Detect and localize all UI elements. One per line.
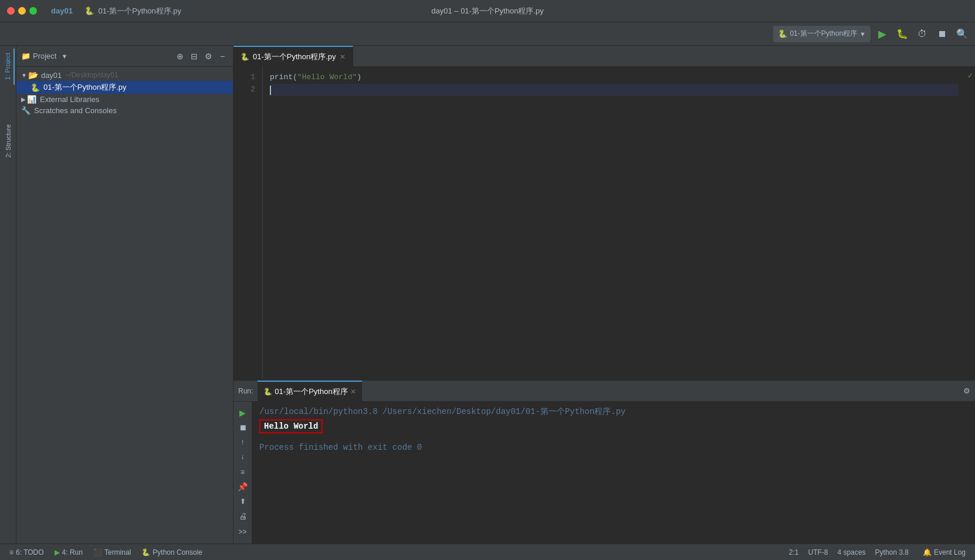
folder-day01-icon: 📂 [28, 70, 39, 80]
sidebar-tab-structure[interactable]: 2: Structure [2, 120, 14, 162]
run-config-selector[interactable]: 🐍 01-第一个Python程序 ▼ [773, 26, 871, 42]
run-sidebar: ▶ ⏹ ↑ ↓ ≡ 📌 ⬆ 🖨 >> [233, 402, 252, 544]
gutter-checkmark: ✓ [967, 72, 973, 80]
line-num-1: 1 [233, 72, 260, 84]
terminal-tab[interactable]: ⬛ Terminal [89, 544, 136, 561]
tab-file-name: 01-第一个Python程序.py [253, 52, 336, 62]
run-output-container: ▶ ⏹ ↑ ↓ ≡ 📌 ⬆ 🖨 >> /usr/local/bin/python… [233, 402, 975, 544]
project-panel: 📁 Project ▼ ⊕ ⊟ ⚙ − ▼ 📂 day01 ~/Desktop/… [16, 46, 233, 544]
tree-item-file[interactable]: 🐍 01-第一个Python程序.py [16, 81, 233, 94]
tree-label-scratches: Scratches and Consoles [34, 106, 117, 115]
run-cmd-line: /usr/local/bin/python3.8 /Users/xiechen/… [259, 406, 968, 417]
run-tab-main[interactable]: 🐍 01-第一个Python程序 ✕ [258, 381, 361, 402]
run-config-name: 01-第一个Python程序 [790, 29, 857, 39]
project-header-actions: ⊕ ⊟ ⚙ − [174, 50, 228, 62]
project-header-label: 📁 Project ▼ [21, 52, 67, 60]
run-tab-label: 4: Run [62, 548, 83, 556]
close-button[interactable] [7, 7, 15, 15]
hello-output: Hello World [259, 419, 323, 433]
code-editor[interactable]: 1 2 print("Hello World") ✓ [233, 67, 975, 379]
todo-tab[interactable]: ≡ 6: TODO [5, 544, 49, 561]
run-scroll-down-btn[interactable]: ↓ [236, 451, 250, 463]
tree-path-day01: ~/Desktop/day01 [65, 71, 118, 79]
project-dropdown-icon[interactable]: ▼ [61, 53, 67, 60]
editor-container: 🐍 01-第一个Python程序.py ✕ 1 2 print("Hello W… [233, 46, 975, 544]
stop-button[interactable]: ⏹ [934, 26, 950, 42]
tree-label-file: 01-第一个Python程序.py [43, 82, 127, 93]
code-line-1: print("Hello World") [270, 72, 959, 84]
project-title: Project [33, 52, 56, 60]
run-more-options: >> [236, 525, 250, 539]
close-panel-icon[interactable]: − [216, 50, 228, 62]
search-button[interactable]: 🔍 [954, 26, 970, 42]
terminal-label: Terminal [104, 548, 131, 556]
run-play-btn[interactable]: ▶ [236, 406, 250, 419]
run-tab-status[interactable]: ▶ 4: Run [50, 544, 87, 561]
tab-close-icon[interactable]: ✕ [340, 53, 346, 61]
tab-python-icon: 🐍 [241, 53, 249, 61]
maximize-button[interactable] [29, 7, 37, 15]
sidebar-tab-project[interactable]: 1: Project [2, 48, 15, 84]
statusbar-left: ≡ 6: TODO ▶ 4: Run ⬛ Terminal 🐍 Python C… [5, 544, 207, 561]
locate-file-icon[interactable]: ⊕ [174, 50, 186, 62]
run-scroll-up-btn[interactable]: ↑ [236, 436, 250, 449]
profile-button[interactable]: ⏱ [914, 26, 930, 42]
debug-button[interactable]: 🐛 [894, 26, 910, 42]
folder-icon: 📁 [21, 52, 31, 60]
run-pin-btn[interactable]: 📌 [236, 480, 250, 493]
toolbar: 🐍 01-第一个Python程序 ▼ ▶ 🐛 ⏱ ⏹ 🔍 [0, 22, 975, 46]
event-log-icon: 🔔 [923, 548, 932, 556]
tree-item-external-libs[interactable]: ▶ 📊 External Libraries [16, 94, 233, 105]
run-tab-name: 01-第一个Python程序 [275, 386, 347, 397]
code-rparen: ) [357, 72, 361, 84]
code-content[interactable]: print("Hello World") [263, 67, 966, 379]
tree-item-day01[interactable]: ▼ 📂 day01 ~/Desktop/day01 [16, 69, 233, 81]
cursor-position: 2:1 [789, 548, 799, 556]
run-output: /usr/local/bin/python3.8 /Users/xiechen/… [252, 402, 975, 544]
titlebar-file: 01-第一个Python程序.py [99, 6, 182, 16]
collapse-all-icon[interactable]: ⊟ [188, 50, 200, 62]
code-lparen: ( [293, 72, 297, 84]
editor-tabs: 🐍 01-第一个Python程序.py ✕ [233, 46, 975, 67]
minimize-button[interactable] [18, 7, 26, 15]
run-overflow-btn[interactable]: >> [236, 525, 250, 539]
titlebar-title: day01 – 01-第一个Python程序.py [431, 6, 543, 16]
editor-tab-main[interactable]: 🐍 01-第一个Python程序.py ✕ [233, 46, 353, 67]
statusbar-right: 2:1 UTF-8 4 spaces Python 3.8 🔔 Event Lo… [789, 544, 970, 561]
line-num-2: 2 [233, 84, 260, 96]
process-finish-line: Process finished with exit code 0 [259, 443, 968, 452]
code-print-kw: print [270, 72, 293, 84]
bottom-panel: Run: 🐍 01-第一个Python程序 ✕ ⚙ ▶ ⏹ ↑ ↓ ≡ 📌 [233, 379, 975, 544]
project-header: 📁 Project ▼ ⊕ ⊟ ⚙ − [16, 46, 233, 67]
run-more-btn[interactable]: ⬆ [236, 495, 250, 508]
run-play-icon: ▶ [55, 548, 60, 556]
tree-item-scratches[interactable]: 🔧 Scratches and Consoles [16, 105, 233, 116]
traffic-lights [7, 7, 37, 15]
code-line-2 [270, 84, 959, 96]
python-version-label: Python 3.8 [875, 548, 909, 556]
tree-label-ext-libs: External Libraries [40, 95, 99, 104]
hello-output-wrapper: Hello World [259, 419, 968, 438]
gutter-right: ✓ [966, 67, 975, 379]
run-button[interactable]: ▶ [874, 26, 891, 42]
event-log-tab[interactable]: 🔔 Event Log [918, 544, 970, 561]
run-stop-btn[interactable]: ⏹ [236, 421, 250, 433]
run-wrap-btn[interactable]: ≡ [236, 466, 250, 478]
encoding-label: UTF-8 [808, 548, 828, 556]
code-string: "Hello World" [297, 72, 357, 84]
tree-arrow-ext: ▶ [21, 96, 26, 103]
lib-icon: 📊 [27, 95, 38, 104]
titlebar-icon: 🐍 [84, 6, 94, 15]
todo-icon: ≡ [9, 548, 13, 556]
python-file-icon: 🐍 [31, 83, 41, 92]
run-print-btn[interactable]: 🖨 [236, 510, 250, 522]
python-console-tab[interactable]: 🐍 Python Console [137, 544, 207, 561]
titlebar-project: day01 [51, 6, 73, 15]
toolbar-right: 🐍 01-第一个Python程序 ▼ ▶ 🐛 ⏱ ⏹ 🔍 [773, 26, 970, 42]
settings-icon[interactable]: ⚙ [202, 50, 214, 62]
event-log-label: Event Log [934, 548, 966, 556]
scratches-icon: 🔧 [21, 106, 32, 115]
text-cursor [270, 86, 271, 95]
run-settings-icon[interactable]: ⚙ [963, 386, 970, 395]
run-tab-close[interactable]: ✕ [350, 388, 356, 396]
